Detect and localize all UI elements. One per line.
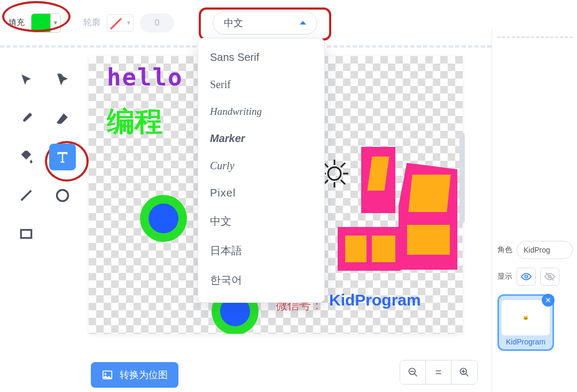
outline-color-picker[interactable]: ▼	[107, 14, 134, 32]
svg-line-15	[414, 374, 417, 377]
font-select-current: 中文	[224, 17, 243, 29]
canvas-text[interactable]: KidProgram	[329, 291, 421, 309]
fill-swatch	[32, 14, 51, 32]
show-visible-button[interactable]	[517, 268, 536, 286]
font-option[interactable]: 한국어	[198, 265, 324, 295]
canvas-shape[interactable]	[149, 203, 178, 233]
line-tool[interactable]	[13, 182, 40, 209]
show-hidden-button[interactable]	[540, 268, 559, 286]
fill-tool[interactable]	[13, 144, 40, 170]
eraser-tool[interactable]	[49, 105, 76, 132]
sprite-name-input[interactable]: KidProg	[517, 241, 573, 259]
canvas-text[interactable]: 编程	[107, 103, 162, 140]
zoom-out-button[interactable]	[400, 360, 426, 384]
font-dropdown: Sans Serif Serif Handwriting Marker Curl…	[198, 38, 325, 303]
font-option[interactable]: Handwriting	[198, 98, 324, 125]
canvas-shape[interactable]	[372, 236, 395, 262]
svg-line-9	[341, 180, 345, 184]
sprite-thumbnail[interactable]: ✕ 🐱 KidProgram	[497, 294, 554, 351]
font-option[interactable]: Serif	[198, 71, 324, 98]
zoom-reset-button[interactable]: =	[426, 360, 451, 384]
font-option[interactable]: Marker	[198, 125, 324, 152]
svg-line-0	[21, 191, 32, 201]
eye-off-icon	[544, 271, 555, 282]
font-option[interactable]: 日本語	[198, 236, 324, 265]
canvas-shape[interactable]	[345, 236, 367, 262]
stroke-width-input[interactable]: 0	[140, 13, 174, 33]
svg-rect-2	[21, 230, 32, 238]
reshape-tool[interactable]	[49, 67, 76, 93]
zoom-in-button[interactable]	[451, 360, 477, 384]
sprite-panel: 角色 KidProg 显示 ✕ 🐱 KidProgram	[492, 29, 577, 392]
toolbox	[0, 45, 85, 392]
sprite-caption: KidProgram	[506, 338, 545, 346]
outline-label: 轮廓	[83, 17, 100, 28]
svg-point-13	[105, 373, 107, 375]
svg-line-10	[341, 163, 345, 167]
sprite-preview: 🐱	[502, 300, 550, 335]
svg-point-3	[328, 167, 341, 180]
font-option[interactable]: 中文	[198, 207, 324, 236]
chevron-down-icon: ▼	[51, 14, 60, 32]
svg-point-1	[57, 190, 68, 201]
canvas-text[interactable]: hello	[107, 64, 183, 91]
fill-color-picker[interactable]: ▼	[31, 13, 61, 33]
divider	[497, 36, 573, 38]
rect-tool[interactable]	[13, 221, 40, 247]
font-option[interactable]: Pixel	[198, 179, 324, 207]
close-icon[interactable]: ✕	[542, 294, 555, 307]
select-tool[interactable]	[13, 67, 40, 93]
font-option[interactable]: Sans Serif	[198, 44, 324, 71]
font-select[interactable]: 中文	[213, 11, 317, 35]
zoom-controls: =	[400, 360, 478, 385]
canvas-shape[interactable]	[408, 175, 450, 212]
circle-tool[interactable]	[49, 182, 76, 209]
sprite-label: 角色	[497, 245, 512, 255]
convert-bitmap-button[interactable]: 转换为位图	[91, 362, 178, 388]
image-icon	[102, 369, 113, 381]
chevron-down-icon: ▼	[124, 15, 133, 31]
fill-label: 填充	[9, 18, 25, 28]
show-label: 显示	[497, 272, 512, 281]
text-tool[interactable]	[49, 144, 76, 170]
canvas-shape[interactable]	[407, 225, 450, 255]
scrollbar[interactable]	[459, 132, 465, 223]
svg-line-18	[466, 374, 469, 377]
caret-up-icon	[300, 21, 306, 25]
eye-icon	[521, 271, 532, 282]
brush-tool[interactable]	[13, 105, 40, 132]
outline-swatch	[107, 15, 124, 31]
font-option[interactable]: Curly	[198, 152, 324, 179]
svg-point-21	[525, 276, 528, 278]
